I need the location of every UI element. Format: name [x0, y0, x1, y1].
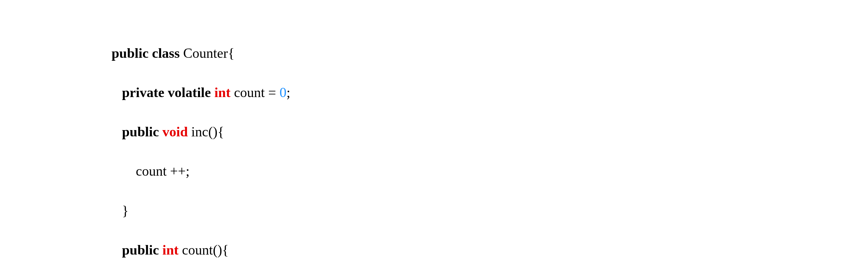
type-int: int: [162, 242, 179, 257]
brace-close: }: [122, 203, 129, 218]
code-line-2: private volatile int count = 0;: [112, 83, 290, 103]
code-line-1: public class Counter{: [112, 43, 290, 63]
code-line-6: public int count(){: [112, 240, 290, 260]
code-line-4: count ++;: [112, 161, 290, 181]
keyword-public: public: [112, 45, 149, 61]
keyword-public: public: [122, 242, 159, 257]
keyword-class: class: [152, 45, 180, 61]
equals-sign: =: [268, 85, 276, 100]
semicolon: ;: [286, 85, 290, 100]
brace-open: {: [228, 45, 234, 61]
type-void: void: [162, 124, 188, 139]
var-name: count: [234, 85, 265, 100]
keyword-volatile: volatile: [168, 85, 211, 100]
code-line-3: public void inc(){: [112, 122, 290, 142]
literal-zero: 0: [280, 85, 286, 100]
method-name: count: [182, 242, 213, 257]
paren-brace: (){: [208, 124, 224, 139]
type-int: int: [214, 85, 230, 100]
keyword-private: private: [122, 85, 164, 100]
code-block: public class Counter{ private volatile i…: [112, 24, 290, 278]
method-name: inc: [191, 124, 208, 139]
keyword-public: public: [122, 124, 159, 139]
class-name: Counter: [183, 45, 228, 61]
statement: count ++;: [136, 163, 190, 179]
paren-brace: (){: [213, 242, 229, 257]
code-line-5: }: [112, 201, 290, 221]
